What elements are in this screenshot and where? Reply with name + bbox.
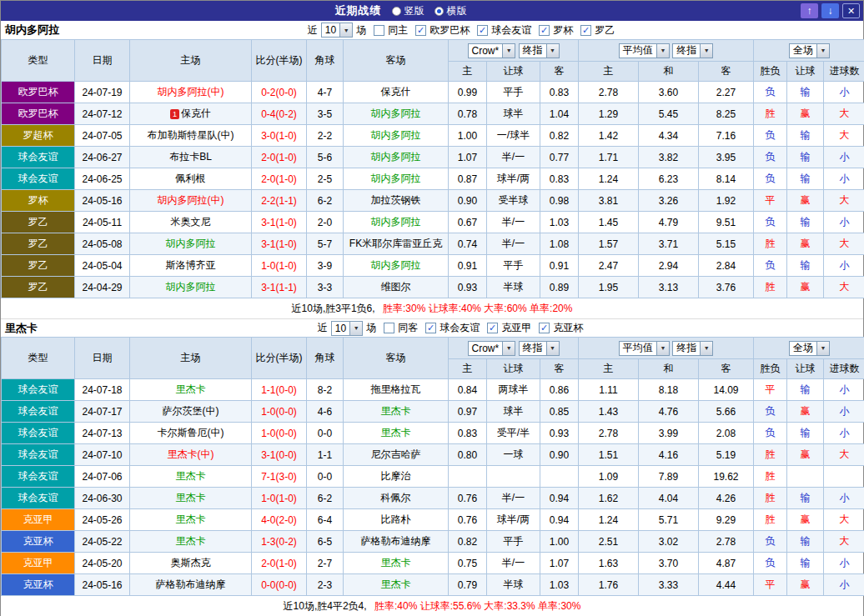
league-filter-checkbox[interactable]: ✓ xyxy=(477,25,488,36)
home-team-name: 胡内多阿拉 xyxy=(166,281,216,293)
odds-source-select[interactable]: Crow*▼ xyxy=(468,341,516,356)
score: 0-0(0-0) xyxy=(252,574,307,596)
result-goals: 大 xyxy=(824,233,864,255)
away-team: 里杰卡 xyxy=(344,574,449,596)
odds-final-select[interactable]: 终指▼ xyxy=(519,341,560,356)
result-goals: 大 xyxy=(824,531,864,553)
league-filter-checkbox[interactable]: ✓ xyxy=(539,25,550,36)
radio-icon xyxy=(392,7,401,16)
matches-label: 场 xyxy=(366,321,376,335)
avg-draw: 3.82 xyxy=(639,147,699,168)
odds-home: 0.97 xyxy=(449,401,487,423)
home-team: 里杰卡 xyxy=(130,466,252,488)
avg-select[interactable]: 平均值▼ xyxy=(619,341,670,356)
scope-select[interactable]: 全场▼ xyxy=(789,43,830,58)
close-button[interactable]: ✕ xyxy=(842,3,860,18)
chevron-down-icon: ▼ xyxy=(502,44,515,58)
home-team-name: 卡尔斯鲁厄(中) xyxy=(158,427,224,438)
match-date: 24-04-29 xyxy=(75,277,130,298)
odds-away: 0.94 xyxy=(540,509,579,531)
away-team: 里杰卡 xyxy=(344,401,449,423)
odds-away: 1.00 xyxy=(540,531,579,553)
score: 1-1(0-0) xyxy=(252,379,307,401)
league-tag: 球会友谊 xyxy=(2,379,75,401)
avg-away: 19.62 xyxy=(699,466,754,488)
avg-away: 2.78 xyxy=(699,531,754,553)
result-wdl: 平 xyxy=(754,379,787,401)
odds-handicap xyxy=(487,466,540,488)
odds-handicap: 一/球半 xyxy=(487,125,540,147)
avg-home: 1.62 xyxy=(579,488,639,509)
col-result-goals: 进球数 xyxy=(824,62,864,82)
recent-label: 近 xyxy=(318,321,328,335)
view-option[interactable]: 横版 xyxy=(435,4,467,18)
match-count-select[interactable]: 10▼ xyxy=(321,23,353,38)
league-tag: 罗乙 xyxy=(2,233,75,255)
result-handicap: 赢 xyxy=(787,277,824,298)
home-team: 萨尔茨堡(中) xyxy=(130,401,252,423)
score: 2-2(1-1) xyxy=(252,190,307,212)
window-controls: ↑ ↓ ✕ xyxy=(801,3,860,18)
match-date: 24-07-19 xyxy=(75,82,130,103)
league-filter-checkbox[interactable]: ✓ xyxy=(487,323,498,333)
odds-source-select[interactable]: Crow*▼ xyxy=(468,43,516,58)
result-goals: 小 xyxy=(824,488,864,509)
result-handicap: 输 xyxy=(787,147,824,168)
match-row: 罗乙24-05-04斯洛博齐亚1-0(1-0)3-9胡内多阿拉0.91平手0.9… xyxy=(2,255,864,277)
home-team: 佩利根 xyxy=(130,168,252,190)
result-handicap: 输 xyxy=(787,423,824,444)
league-filter-checkbox[interactable]: ✓ xyxy=(539,323,550,333)
odds-final-select[interactable]: 终指▼ xyxy=(519,43,560,58)
corner-score: 4-7 xyxy=(307,82,344,103)
team-section-away: 里杰卡 近10▼场同客✓球会友谊✓克亚甲✓克亚杯 类型 日期 主场 比分(半场)… xyxy=(1,318,863,616)
away-team: 胡内多阿拉 xyxy=(344,255,449,277)
move-down-button[interactable]: ↓ xyxy=(821,3,839,18)
match-date: 24-05-16 xyxy=(75,190,130,212)
result-handicap: 赢 xyxy=(787,444,824,466)
col-type: 类型 xyxy=(2,338,75,379)
league-tag: 欧罗巴杯 xyxy=(2,82,75,103)
match-count-select[interactable]: 10▼ xyxy=(331,321,363,336)
odds-handicap: 平手 xyxy=(487,531,540,553)
col-result-handicap: 让球 xyxy=(787,62,824,82)
odds-source-value: Crow* xyxy=(469,343,503,354)
odds-away xyxy=(540,466,579,488)
corner-score: 5-6 xyxy=(307,147,344,168)
avg-away: 8.14 xyxy=(699,168,754,190)
chevron-down-icon: ▼ xyxy=(502,342,515,355)
move-up-button[interactable]: ↑ xyxy=(801,3,818,18)
title-area: 近期战绩 竖版横版 xyxy=(1,3,801,18)
avg-final-value: 终指 xyxy=(673,341,700,355)
away-team-name: 萨格勒布迪纳摩 xyxy=(361,535,431,547)
avg-draw: 3.60 xyxy=(639,82,699,103)
col-odds-home: 主 xyxy=(449,359,487,379)
league-filter-checkbox[interactable]: ✓ xyxy=(580,25,591,36)
league-tag: 球会友谊 xyxy=(2,168,75,190)
view-option[interactable]: 竖版 xyxy=(392,4,424,18)
match-row: 罗杯24-05-16胡内多阿拉(中)2-2(1-1)6-2加拉茨钢铁0.90受半… xyxy=(2,190,864,212)
avg-select[interactable]: 平均值▼ xyxy=(619,43,670,58)
result-goals: 小 xyxy=(824,553,864,574)
same-venue-checkbox[interactable] xyxy=(384,323,394,333)
team-name: 胡内多阿拉 xyxy=(1,23,59,38)
away-team: 里杰卡 xyxy=(344,423,449,444)
avg-away: 4.44 xyxy=(699,574,754,596)
match-row: 克亚甲24-05-20奥斯杰克2-0(1-0)2-7里杰卡0.75半/一1.07… xyxy=(2,553,864,574)
home-team: 奥斯杰克 xyxy=(130,553,252,574)
home-team-name: 奥斯杰克 xyxy=(171,557,211,568)
avg-home: 1.43 xyxy=(579,401,639,423)
avg-final-select[interactable]: 终指▼ xyxy=(672,341,713,356)
home-team-name: 里杰卡 xyxy=(176,383,206,395)
score: 1-0(1-0) xyxy=(252,488,307,509)
odds-home: 0.91 xyxy=(449,255,487,277)
odds-handicap: 一球 xyxy=(487,444,540,466)
same-venue-checkbox[interactable] xyxy=(374,25,384,36)
league-filter-checkbox[interactable]: ✓ xyxy=(415,25,426,36)
league-filter-checkbox[interactable]: ✓ xyxy=(425,323,436,333)
avg-final-select[interactable]: 终指▼ xyxy=(672,43,713,58)
scope-select[interactable]: 全场▼ xyxy=(789,341,830,356)
avg-home: 1.95 xyxy=(579,277,639,298)
result-handicap: 赢 xyxy=(787,509,824,531)
away-team: 科佩尔 xyxy=(344,488,449,509)
match-row: 球会友谊24-07-06里杰卡7-1(3-0)0-0比摩治1.097.8919.… xyxy=(2,466,864,488)
